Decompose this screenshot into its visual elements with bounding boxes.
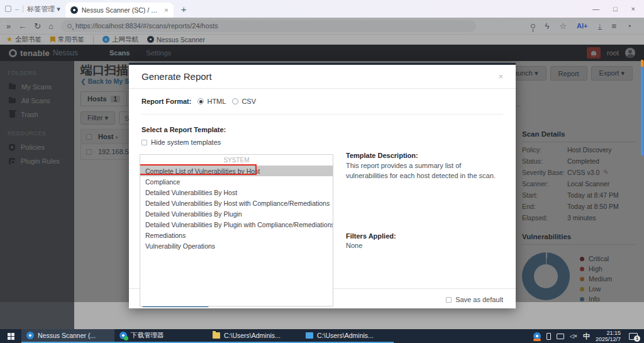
notification-badge: 1 bbox=[634, 335, 640, 342]
tray-time: 21:15 bbox=[596, 330, 621, 336]
divider bbox=[23, 5, 23, 13]
tray-browser-icon[interactable] bbox=[533, 332, 541, 340]
template-option[interactable]: Vulnerability Operations bbox=[140, 240, 333, 251]
template-description-text: This report provides a summary list of v… bbox=[346, 161, 503, 181]
close-icon[interactable]: × bbox=[498, 72, 503, 81]
checkbox-icon[interactable] bbox=[446, 297, 452, 303]
radio-icon bbox=[232, 98, 238, 104]
system-tray: ◁× 中 21:15 2025/12/7 1 bbox=[533, 330, 644, 343]
template-option[interactable]: Detailed Vulnerabilities By Host with Co… bbox=[140, 198, 333, 208]
browser-icon bbox=[26, 332, 34, 339]
tray-network-icon[interactable] bbox=[557, 334, 564, 339]
template-option[interactable]: Detailed Vulnerabilities By Plugin bbox=[140, 208, 333, 219]
nessus-favicon-icon bbox=[70, 6, 78, 14]
taskbar-item-window[interactable]: C:\Users\Adminis... bbox=[301, 329, 394, 343]
window-maximize-button[interactable]: □ bbox=[613, 5, 618, 13]
save-as-default[interactable]: Save as default bbox=[446, 296, 503, 303]
notification-center-icon[interactable]: 1 bbox=[629, 333, 638, 340]
template-list: SYSTEM Complete List of Vulnerabilities … bbox=[140, 154, 333, 306]
browser-toolbar: » ← → ↻ ⌂ https://localhost:8834/#/scans… bbox=[0, 18, 644, 35]
hide-system-templates[interactable]: Hide system templates bbox=[142, 138, 503, 146]
filters-applied-label: Filters Applied: bbox=[346, 232, 396, 240]
start-button[interactable] bbox=[0, 329, 21, 343]
template-description-label: Template Description: bbox=[346, 152, 503, 159]
browser-tab-strip: – 标签管理 ▾ Nessus Scanner (SC) / Folde × +… bbox=[0, 0, 644, 18]
browser-tab-active[interactable]: Nessus Scanner (SC) / Folde × bbox=[65, 3, 174, 18]
tab-title: Nessus Scanner (SC) / Folde bbox=[82, 6, 161, 14]
folder-icon bbox=[213, 332, 220, 339]
checkbox-icon[interactable] bbox=[142, 140, 147, 145]
windows-logo-icon bbox=[8, 333, 14, 340]
window-icon bbox=[306, 332, 313, 339]
taskbar-item-explorer[interactable]: C:\Users\Adminis... bbox=[208, 329, 301, 343]
format-html-radio[interactable]: HTML bbox=[197, 98, 226, 105]
clock[interactable]: 21:15 2025/12/7 bbox=[596, 330, 621, 343]
collapse-icon[interactable]: – bbox=[15, 5, 19, 13]
tray-date: 2025/12/7 bbox=[596, 336, 621, 342]
select-template-label: Select a Report Template: bbox=[142, 126, 503, 133]
tray-phone-icon[interactable] bbox=[547, 333, 551, 340]
template-option[interactable]: Detailed Vulnerabilities By Plugin with … bbox=[140, 219, 333, 230]
download-manager-icon bbox=[119, 332, 127, 339]
format-csv-radio[interactable]: CSV bbox=[232, 98, 256, 105]
tab-manager-button[interactable]: 标签管理 ▾ bbox=[27, 4, 60, 14]
new-tab-button[interactable]: + bbox=[181, 4, 187, 14]
taskbar-item-download-manager[interactable]: 下载管理器 bbox=[114, 329, 208, 343]
template-option[interactable]: Compliance bbox=[140, 176, 333, 187]
windows-taskbar: Nessus Scanner (... 下载管理器 C:\Users\Admin… bbox=[0, 329, 644, 343]
tab-close-icon[interactable]: × bbox=[164, 6, 168, 14]
scrollbar-thumb[interactable] bbox=[641, 67, 643, 155]
dialog-title: Generate Report bbox=[142, 71, 212, 82]
radio-selected-icon bbox=[197, 98, 204, 104]
taskbar-item-nessus[interactable]: Nessus Scanner (... bbox=[21, 329, 114, 343]
generate-report-dialog: Generate Report × Report Format: HTML CS… bbox=[129, 63, 516, 308]
scrollbar-marker-orange bbox=[641, 60, 643, 67]
speaker-muted-icon[interactable]: ◁× bbox=[570, 333, 577, 339]
annotation-red-box bbox=[140, 164, 257, 175]
browser-menu-icon[interactable] bbox=[5, 6, 11, 12]
window-minimize-button[interactable]: — bbox=[592, 5, 599, 13]
ime-indicator[interactable]: 中 bbox=[583, 332, 590, 341]
window-close-button[interactable]: × bbox=[631, 5, 635, 13]
template-option[interactable]: Remediations bbox=[140, 230, 333, 240]
report-format-label: Report Format: bbox=[142, 98, 191, 105]
template-option-selected[interactable]: Complete List of Vulnerabilities by Host bbox=[140, 166, 333, 176]
page-viewport: tenableNessus Scans Settings root FOLDER… bbox=[0, 45, 644, 329]
filters-applied-value: None bbox=[346, 242, 362, 249]
template-option[interactable]: Detailed Vulnerabilities By Host bbox=[140, 187, 333, 198]
